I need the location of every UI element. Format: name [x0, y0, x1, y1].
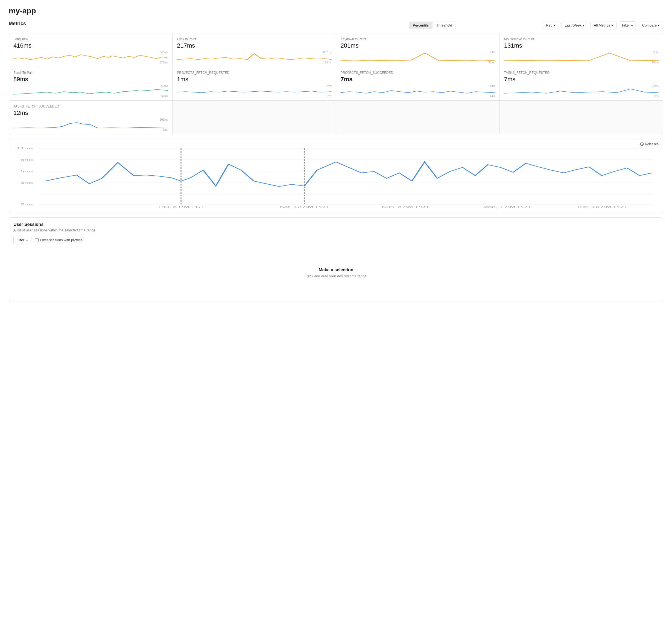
metrics-grid: Long Task 416ms 548ms 370ms Click to Pai…	[9, 33, 663, 134]
filter-sessions-checkbox-label[interactable]: Filter sessions with profiles	[35, 238, 82, 242]
user-sessions-title: User Sessions	[14, 222, 658, 227]
metric-value: 131ms	[504, 42, 658, 49]
filter-plus-btn[interactable]: Filter +	[619, 21, 637, 29]
empty-state-title: Make a selection	[318, 267, 353, 273]
metric-label: Click to Paint	[177, 37, 331, 41]
metric-card-tasks-fetch-succeeded: TASKS_FETCH_SUCCEEDED 12ms 602ms 2ms	[9, 101, 172, 134]
svg-text:3ms: 3ms	[21, 181, 33, 184]
metric-card-projects-fetch-requested: PROJECTS_FETCH_REQUESTED 1ms 2ms 1ms	[172, 67, 336, 100]
metric-value: 89ms	[14, 76, 168, 83]
metric-value: 12ms	[14, 110, 168, 117]
metric-card-scroll-to-paint: Scroll To Paint 89ms 652ms 67ms	[9, 67, 172, 100]
tab-threshold[interactable]: Threshold	[433, 22, 456, 29]
percentile-filter-btn[interactable]: P95 ▾	[543, 22, 559, 29]
svg-text:11ms: 11ms	[17, 147, 33, 150]
compare-btn[interactable]: Compare ▾	[639, 22, 663, 29]
timerange-filter-btn[interactable]: Last Week ▾	[561, 22, 588, 29]
svg-text:0ms: 0ms	[21, 203, 33, 206]
metrics-tab-group: Percentile Threshold	[409, 22, 456, 29]
svg-text:Sun, 3 AM PDT: Sun, 3 AM PDT	[382, 205, 430, 208]
metric-card-click-to-paint: Click to Paint 217ms 887ms 154ms	[172, 33, 336, 67]
metric-value: 201ms	[341, 42, 495, 49]
metric-value: 7ms	[341, 76, 495, 83]
app-title: my-app	[9, 6, 663, 15]
metric-value: 7ms	[504, 76, 658, 83]
metric-card-projects-fetch-succeeded: PROJECTS_FETCH_SUCCEEDED 7ms 11ms 4ms	[336, 67, 500, 100]
allmetrics-filter-btn[interactable]: All Metrics ▾	[590, 22, 617, 29]
metric-label: Keydown to Paint	[341, 37, 495, 41]
metric-value: 1ms	[177, 76, 331, 83]
metric-card-empty-2	[336, 101, 500, 134]
metric-label: Mousemove to Paint	[504, 37, 658, 41]
metric-card-long-task: Long Task 416ms 548ms 370ms	[9, 33, 172, 67]
metric-card-tasks-fetch-requested: TASKS_FETCH_REQUESTED 7ms 23ms 1ms	[500, 67, 663, 100]
metric-card-empty-1	[172, 101, 336, 134]
metric-label: Scroll To Paint	[14, 71, 168, 75]
metrics-section-title: Metrics	[9, 21, 26, 26]
empty-state: Make a selection Click and drag your des…	[14, 248, 658, 297]
filter-sessions-checkbox[interactable]	[35, 238, 39, 242]
metric-card-mousemove-to-paint: Mousemove to Paint 131ms 2.7s 94ms	[500, 33, 663, 67]
main-chart-container: Releases 11ms 8ms 5ms 3ms 0ms Thu, 8 PM …	[9, 139, 663, 213]
filter-group: P95 ▾ Last Week ▾ All Metrics ▾ Filter +…	[543, 21, 663, 29]
svg-text:Thu, 8 PM PDT: Thu, 8 PM PDT	[157, 205, 205, 208]
svg-text:Tue, 10 AM PDT: Tue, 10 AM PDT	[576, 205, 627, 208]
metric-label: Long Task	[14, 37, 168, 41]
metric-value: 416ms	[14, 42, 168, 49]
svg-text:5ms: 5ms	[21, 170, 33, 173]
metric-card-empty-3	[500, 101, 663, 134]
metric-card-keydown-to-paint: Keydown to Paint 201ms 2.8s 86ms	[336, 33, 500, 67]
empty-state-description: Click and drag your desired time range	[305, 274, 366, 278]
metric-label: PROJECTS_FETCH_SUCCEEDED	[341, 71, 495, 75]
metric-label: TASKS_FETCH_REQUESTED	[504, 71, 658, 75]
metric-label: TASKS_FETCH_SUCCEEDED	[14, 104, 168, 108]
user-sessions-section: User Sessions A list of user sessions wi…	[9, 217, 663, 302]
svg-text:Sat, 12 AM PDT: Sat, 12 AM PDT	[280, 205, 329, 208]
sessions-filter-btn[interactable]: Filter +	[14, 236, 31, 244]
user-sessions-description: A list of user sessions within the selec…	[14, 228, 658, 232]
metric-label: PROJECTS_FETCH_REQUESTED	[177, 71, 331, 75]
svg-text:8ms: 8ms	[21, 158, 33, 161]
tab-percentile[interactable]: Percentile	[409, 22, 433, 29]
metric-value: 217ms	[177, 42, 331, 49]
metrics-section: Metrics Percentile Threshold P95 ▾ Last …	[9, 21, 663, 134]
svg-text:Mon, 7 AM PDT: Mon, 7 AM PDT	[482, 205, 531, 208]
